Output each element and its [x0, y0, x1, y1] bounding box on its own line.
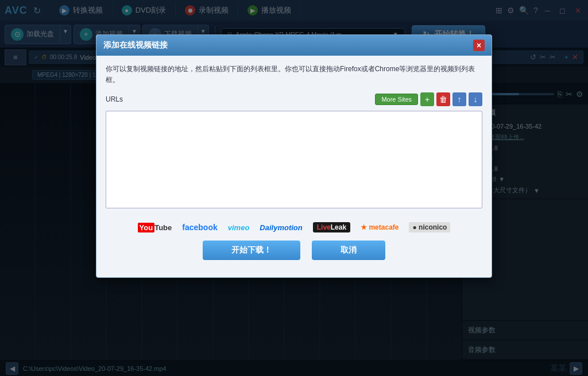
- move-url-up-button[interactable]: ↑: [452, 92, 466, 106]
- url-label: URLs: [106, 95, 123, 103]
- modal-titlebar: 添加在线视频链接 ×: [96, 35, 492, 56]
- niconico-logo[interactable]: ● niconico: [409, 222, 450, 232]
- move-url-down-button[interactable]: ↓: [469, 92, 482, 106]
- cancel-button[interactable]: 取消: [312, 241, 385, 260]
- dailymotion-logo[interactable]: Dailymotion: [260, 223, 302, 232]
- more-sites-button[interactable]: More Sites: [375, 94, 418, 105]
- modal-overlay: 添加在线视频链接 × 你可以复制视频链接的地址，然后粘贴到下面的列表框里。你也可…: [0, 0, 588, 376]
- liveleak-logo[interactable]: LiveLeak: [313, 222, 350, 232]
- url-row: URLs More Sites + 🗑 ↑ ↓: [106, 92, 482, 106]
- add-url-button[interactable]: +: [420, 92, 434, 106]
- youtube-logo[interactable]: YouTube: [138, 223, 172, 232]
- metacafe-logo[interactable]: ★ metacafe: [361, 223, 399, 231]
- modal-body: 你可以复制视频链接的地址，然后粘贴到下面的列表框里。你也可以直接拖动Firefo…: [96, 56, 492, 277]
- delete-url-button[interactable]: 🗑: [436, 92, 450, 106]
- facebook-logo[interactable]: facebook: [182, 223, 217, 232]
- vimeo-logo[interactable]: vimeo: [228, 223, 250, 232]
- modal-close-button[interactable]: ×: [473, 40, 485, 51]
- modal-dialog: 添加在线视频链接 × 你可以复制视频链接的地址，然后粘贴到下面的列表框里。你也可…: [96, 34, 492, 278]
- start-download-button[interactable]: 开始下载！: [203, 241, 300, 260]
- modal-description: 你可以复制视频链接的地址，然后粘贴到下面的列表框里。你也可以直接拖动Firefo…: [106, 64, 482, 86]
- url-list[interactable]: [106, 111, 482, 208]
- sites-row: YouTube facebook vimeo Dailymotion LiveL…: [106, 216, 482, 241]
- url-actions: More Sites + 🗑 ↑ ↓: [375, 92, 482, 106]
- modal-title: 添加在线视频链接: [103, 40, 473, 51]
- modal-actions: 开始下载！ 取消: [106, 241, 482, 269]
